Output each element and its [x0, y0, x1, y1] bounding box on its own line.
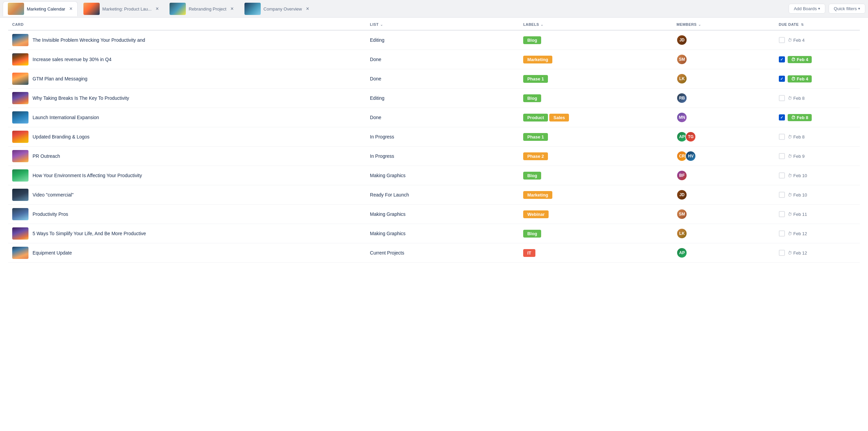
card-cell-6[interactable]: Updated Branding & Logos	[8, 127, 366, 147]
table-header-row: CARD LIST ⌄ LABELS ⌄	[8, 18, 860, 30]
due-date-checkbox[interactable]	[779, 250, 785, 256]
members-cell-6: AP TG	[672, 127, 774, 147]
due-date-badge: ⏱ Feb 8	[788, 114, 812, 121]
sort-icon-duedate: ⇅	[801, 23, 804, 26]
table-row: Productivity Pros Making Graphics Webina…	[8, 205, 860, 224]
tab-product-launch[interactable]: Marketing: Product Lau... ×	[78, 1, 164, 16]
due-date-text: ⏱ Feb 11	[788, 212, 807, 217]
quick-filters-button[interactable]: Quick filters ▾	[829, 4, 865, 14]
due-date-checkbox[interactable]	[779, 230, 785, 237]
list-name: Making Graphics	[370, 231, 406, 236]
clock-icon: ⏱	[791, 76, 795, 81]
due-date-checkbox[interactable]	[779, 134, 785, 140]
card-title: Why Taking Breaks Is The Key To Producti…	[33, 95, 129, 101]
table-row: Equipment Update Current Projects IT AP …	[8, 243, 860, 263]
duedate-cell-12: ⏱ Feb 12	[775, 243, 860, 263]
due-date-checkbox[interactable]	[779, 37, 785, 43]
members-cell-12: AP	[672, 243, 774, 263]
table-row: GTM Plan and Messaging Done Phase 1 LK ⏱…	[8, 69, 860, 89]
clock-icon: ⏱	[788, 212, 792, 217]
table-row: PR Outreach In Progress Phase 2 CR HV ⏱ …	[8, 147, 860, 166]
list-name: Making Graphics	[370, 173, 406, 178]
tab-close-marketing-calendar[interactable]: ×	[69, 6, 72, 12]
card-title: Equipment Update	[33, 250, 72, 256]
avatar: JD	[676, 189, 687, 200]
due-date-checkbox[interactable]	[779, 76, 785, 82]
tab-label-product-launch: Marketing: Product Lau...	[102, 6, 152, 12]
card-thumbnail	[12, 189, 28, 201]
chevron-down-icon: ▾	[818, 6, 820, 11]
col-header-labels[interactable]: LABELS ⌄	[519, 18, 672, 30]
clock-icon: ⏱	[788, 154, 792, 159]
tab-close-rebranding[interactable]: ×	[231, 6, 234, 12]
card-cell-3[interactable]: GTM Plan and Messaging	[8, 69, 366, 89]
card-cell-4[interactable]: Why Taking Breaks Is The Key To Producti…	[8, 89, 366, 108]
label-badge: Sales	[549, 114, 569, 121]
list-cell-8: Making Graphics	[366, 166, 519, 185]
list-cell-7: In Progress	[366, 147, 519, 166]
due-date-text: Feb 8	[797, 115, 808, 120]
due-date-text: Feb 4	[797, 57, 808, 62]
card-cell-7[interactable]: PR Outreach	[8, 147, 366, 166]
duedate-cell-3: ⏱ Feb 4	[775, 69, 860, 89]
card-thumbnail	[12, 111, 28, 124]
card-title: Launch International Expansion	[33, 115, 99, 120]
label-badge: Webinar	[523, 210, 549, 218]
card-cell-9[interactable]: Video "commercial"	[8, 185, 366, 205]
due-date-text: ⏱ Feb 8	[788, 134, 805, 139]
tab-marketing-calendar[interactable]: Marketing Calendar ×	[3, 1, 78, 16]
duedate-cell-1: ⏱ Feb 4	[775, 30, 860, 50]
tab-close-product-launch[interactable]: ×	[156, 6, 159, 12]
label-badge: Marketing	[523, 191, 552, 199]
tab-company-overview[interactable]: Company Overview ×	[239, 1, 314, 16]
labels-cell-1: Blog	[519, 30, 672, 50]
table-row: Increase sales revenue by 30% in Q4 Done…	[8, 50, 860, 69]
due-date-checkbox[interactable]	[779, 95, 785, 101]
card-cell-11[interactable]: 5 Ways To Simplify Your Life, And Be Mor…	[8, 224, 366, 243]
card-title: The Invisible Problem Wrecking Your Prod…	[33, 37, 145, 43]
due-date-text: ⏱ Feb 12	[788, 250, 807, 256]
card-cell-8[interactable]: How Your Environment Is Affecting Your P…	[8, 166, 366, 185]
due-date-checkbox[interactable]	[779, 56, 785, 62]
duedate-cell-7: ⏱ Feb 9	[775, 147, 860, 166]
label-badge: Blog	[523, 172, 541, 180]
card-cell-12[interactable]: Equipment Update	[8, 243, 366, 263]
label-badge: Blog	[523, 230, 541, 238]
col-header-duedate[interactable]: DUE DATE ⇅	[775, 18, 860, 30]
due-date-checkbox[interactable]	[779, 211, 785, 217]
card-cell-2[interactable]: Increase sales revenue by 30% in Q4	[8, 50, 366, 69]
tab-close-company-overview[interactable]: ×	[306, 6, 309, 12]
label-badge: Marketing	[523, 56, 552, 63]
avatar: HV	[685, 151, 696, 162]
list-cell-2: Done	[366, 50, 519, 69]
card-cell-5[interactable]: Launch International Expansion	[8, 108, 366, 127]
col-header-list[interactable]: LIST ⌄	[366, 18, 519, 30]
tab-rebranding[interactable]: Rebranding Project ×	[164, 1, 239, 16]
sort-icon-list: ⌄	[380, 23, 383, 26]
due-date-checkbox[interactable]	[779, 114, 785, 120]
add-boards-button[interactable]: Add Boards ▾	[789, 4, 825, 14]
label-badge: Phase 2	[523, 152, 548, 160]
list-name: Done	[370, 115, 381, 120]
due-date-text: ⏱ Feb 9	[788, 154, 805, 159]
members-cell-2: SM	[672, 50, 774, 69]
list-cell-5: Done	[366, 108, 519, 127]
list-name: Done	[370, 57, 381, 62]
due-date-checkbox[interactable]	[779, 192, 785, 198]
col-header-members[interactable]: MEMBERS ⌄	[672, 18, 774, 30]
due-date-checkbox[interactable]	[779, 153, 785, 159]
labels-cell-8: Blog	[519, 166, 672, 185]
quick-filters-label: Quick filters	[834, 6, 857, 11]
avatar: AP	[676, 247, 687, 258]
avatar: JD	[676, 35, 687, 45]
labels-cell-2: Marketing	[519, 50, 672, 69]
duedate-cell-5: ⏱ Feb 8	[775, 108, 860, 127]
due-date-checkbox[interactable]	[779, 172, 785, 179]
card-cell-10[interactable]: Productivity Pros	[8, 205, 366, 224]
due-date-text: ⏱ Feb 4	[788, 38, 805, 43]
card-cell-1[interactable]: The Invisible Problem Wrecking Your Prod…	[8, 30, 366, 50]
labels-cell-7: Phase 2	[519, 147, 672, 166]
table-row: 5 Ways To Simplify Your Life, And Be Mor…	[8, 224, 860, 243]
labels-cell-3: Phase 1	[519, 69, 672, 89]
duedate-cell-6: ⏱ Feb 8	[775, 127, 860, 147]
